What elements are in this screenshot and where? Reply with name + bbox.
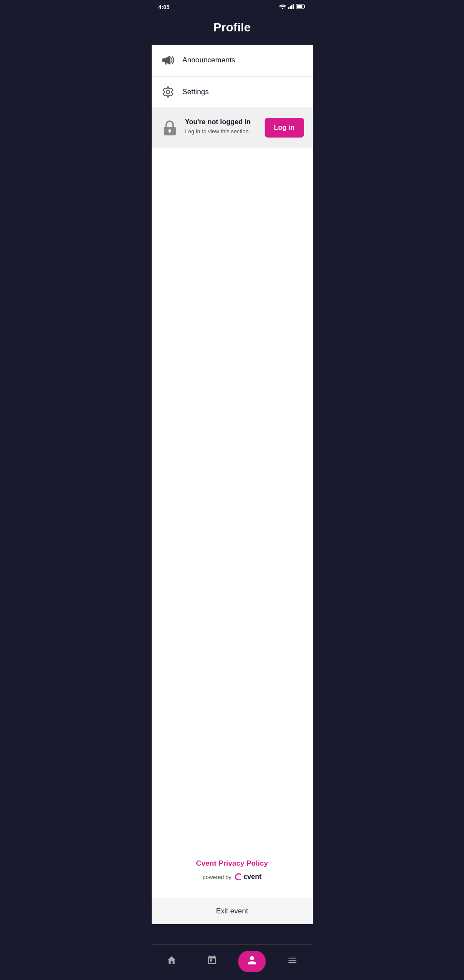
signal-icon — [288, 4, 294, 10]
menu-section: Announcements Settings — [152, 45, 313, 107]
bottom-nav — [152, 944, 313, 980]
menu-icon — [287, 955, 298, 968]
status-bar: 4:05 — [152, 0, 313, 12]
settings-label: Settings — [183, 88, 209, 96]
status-icons — [279, 4, 306, 10]
battery-icon — [296, 4, 306, 10]
svg-rect-3 — [293, 4, 294, 9]
nav-item-profile[interactable] — [232, 948, 272, 975]
page-header: Profile — [152, 12, 313, 45]
login-subtitle: Log in to view this section. — [185, 128, 265, 135]
nav-item-menu[interactable] — [272, 952, 313, 971]
login-card-left: You're not logged in Log in to view this… — [160, 118, 265, 137]
home-icon — [166, 955, 177, 968]
svg-rect-9 — [169, 131, 170, 133]
login-text-block: You're not logged in Log in to view this… — [185, 118, 265, 135]
gear-icon — [160, 84, 176, 100]
svg-point-6 — [166, 90, 170, 94]
status-time: 4:05 — [159, 4, 170, 10]
privacy-policy-link[interactable]: Cvent Privacy Policy — [196, 859, 268, 868]
cvent-logo: cvent — [234, 873, 262, 881]
nav-item-home[interactable] — [152, 952, 192, 971]
profile-icon — [247, 957, 257, 968]
powered-by: powered by cvent — [202, 873, 261, 881]
powered-by-text: powered by — [202, 874, 231, 880]
menu-item-announcements[interactable]: Announcements — [152, 45, 313, 76]
login-title: You're not logged in — [185, 118, 265, 126]
megaphone-icon — [160, 52, 176, 68]
login-button[interactable]: Log in — [265, 118, 304, 138]
cvent-brand-text: cvent — [244, 873, 262, 881]
svg-rect-5 — [297, 5, 302, 8]
main-content — [152, 148, 313, 495]
nav-item-calendar[interactable] — [192, 952, 232, 971]
calendar-icon — [207, 955, 217, 968]
exit-event-section[interactable]: Exit event — [152, 898, 313, 924]
lock-icon — [160, 118, 179, 137]
profile-nav-bg — [238, 951, 266, 972]
svg-rect-2 — [291, 5, 293, 9]
menu-item-settings[interactable]: Settings — [152, 77, 313, 107]
page-title: Profile — [159, 21, 306, 34]
svg-rect-0 — [288, 7, 290, 9]
footer-content: Cvent Privacy Policy powered by cvent — [152, 495, 313, 898]
wifi-icon — [279, 4, 286, 10]
svg-rect-1 — [290, 6, 291, 9]
announcements-label: Announcements — [183, 56, 235, 64]
exit-event-label: Exit event — [216, 907, 248, 915]
login-card: You're not logged in Log in to view this… — [152, 107, 313, 148]
